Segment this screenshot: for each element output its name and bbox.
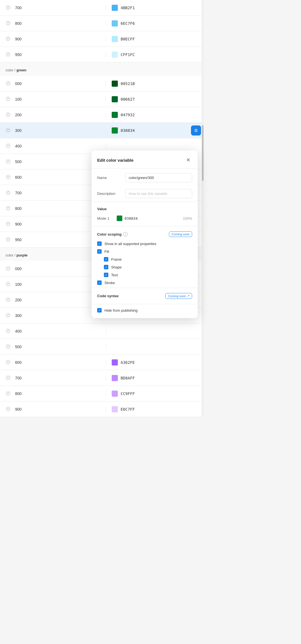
palette-icon xyxy=(6,237,11,243)
scrollbar[interactable] xyxy=(202,0,204,417)
modal-description-input[interactable] xyxy=(125,189,192,198)
row-left-green-500: 500 xyxy=(0,159,106,164)
svg-point-85 xyxy=(9,330,9,331)
stroke-label: Stroke xyxy=(104,281,115,285)
stroke-checkbox[interactable]: ✓ xyxy=(97,280,102,285)
fill-checkbox-row[interactable]: ✓ Fill xyxy=(92,248,198,255)
color-swatch xyxy=(112,96,118,102)
svg-point-88 xyxy=(8,345,8,346)
svg-point-87 xyxy=(7,346,8,346)
color-hex: BD8AFF xyxy=(121,376,135,380)
row-left-purple-300: 300 xyxy=(0,313,106,318)
color-row-purple-500[interactable]: 500 xyxy=(0,339,204,355)
fill-checkbox[interactable]: ✓ xyxy=(97,249,102,254)
modal-scoping-left: Color scoping i xyxy=(97,232,128,236)
svg-point-99 xyxy=(7,393,8,393)
color-swatch xyxy=(112,406,118,412)
palette-icon xyxy=(6,52,11,57)
row-label: 000 xyxy=(15,81,22,86)
color-row-purple-900[interactable]: 900E6C7FF xyxy=(0,401,204,417)
row-left-green-400: 400 xyxy=(0,143,106,149)
row-right-purple-700: BD8AFF xyxy=(106,375,204,381)
palette-icon xyxy=(6,375,11,381)
row-left-purple-100: 100 xyxy=(0,282,106,287)
svg-point-14 xyxy=(8,53,8,54)
svg-point-53 xyxy=(9,192,9,192)
modal-value-row: Mode 1 038834 100% xyxy=(92,213,198,225)
row-label: 950 xyxy=(15,238,22,242)
coming-soon-link[interactable]: Coming soon ↗ xyxy=(165,293,192,299)
svg-point-23 xyxy=(9,98,9,99)
svg-point-17 xyxy=(7,83,8,83)
color-row-purple-400[interactable]: 400 xyxy=(0,323,204,339)
modal-close-button[interactable]: ✕ xyxy=(184,156,192,164)
color-hex: 047932 xyxy=(121,113,135,117)
color-row-green-000[interactable]: 00000521B xyxy=(0,76,204,91)
text-checkbox[interactable]: ✓ xyxy=(104,273,108,277)
color-row-green-300[interactable]: 300038834 xyxy=(0,123,204,138)
modal-divider-2 xyxy=(92,202,198,202)
green-section-label: color / green xyxy=(6,68,26,72)
modal-divider-4 xyxy=(92,288,198,288)
svg-point-36 xyxy=(196,130,197,131)
svg-point-21 xyxy=(7,98,8,99)
svg-point-47 xyxy=(7,176,8,177)
color-row-purple-600[interactable]: 600A362FE xyxy=(0,355,204,370)
hide-checkbox[interactable]: ✓ xyxy=(97,308,102,313)
color-row-purple-700[interactable]: 700BD8AFF xyxy=(0,370,204,386)
frame-checkbox-row[interactable]: ✓ Frame xyxy=(92,255,198,263)
shape-checkbox-row[interactable]: ✓ Shape xyxy=(92,263,198,271)
row-right-green-200: 047932 xyxy=(106,112,204,118)
row-label: 100 xyxy=(15,97,22,101)
hide-checkbox-row[interactable]: ✓ Hide from publishing xyxy=(92,305,198,318)
row-left-purple-500: 500 xyxy=(0,344,106,350)
stroke-checkbox-row[interactable]: ✓ Stroke xyxy=(92,279,198,287)
row-label: 200 xyxy=(15,298,22,302)
color-row-green-100[interactable]: 100006627 xyxy=(0,91,204,107)
svg-point-101 xyxy=(9,393,9,393)
color-swatch xyxy=(112,36,118,42)
show-all-checkbox[interactable]: ✓ xyxy=(97,241,102,246)
modal-name-input[interactable] xyxy=(125,173,192,182)
palette-icon xyxy=(6,206,11,211)
row-label: 800 xyxy=(15,391,22,396)
scrollbar-thumb[interactable] xyxy=(202,125,204,181)
svg-point-105 xyxy=(9,408,9,409)
color-hex: E6C7FF xyxy=(121,407,135,411)
svg-point-71 xyxy=(7,283,8,284)
svg-point-39 xyxy=(7,145,8,146)
svg-point-75 xyxy=(7,299,8,299)
row-label: 800 xyxy=(15,21,22,26)
modal-divider-1 xyxy=(92,168,198,169)
row-label: 300 xyxy=(15,128,22,133)
color-row-cyan-800[interactable]: 8006EC7F6 xyxy=(0,16,204,31)
fill-label: Fill xyxy=(104,250,109,254)
palette-icon xyxy=(6,344,11,350)
shape-checkbox[interactable]: ✓ xyxy=(104,265,108,269)
edit-color-modal: Edit color variable ✕ Name Description V… xyxy=(92,151,198,318)
modal-title: Edit color variable xyxy=(97,158,133,163)
text-checkbox-row[interactable]: ✓ Text xyxy=(92,271,198,279)
color-row-cyan-900[interactable]: 900B0ECFF xyxy=(0,31,204,47)
palette-icon xyxy=(6,128,11,133)
color-row-green-200[interactable]: 200047932 xyxy=(0,107,204,123)
show-all-checkbox-row[interactable]: ✓ Show in all supported properties xyxy=(92,240,198,248)
color-row-purple-800[interactable]: 800CC9FFF xyxy=(0,386,204,401)
edit-variable-button[interactable] xyxy=(191,125,201,135)
row-right-cyan-950: CFF1FC xyxy=(106,52,204,58)
svg-point-40 xyxy=(8,144,8,145)
row-left-purple-000: 000 xyxy=(0,266,106,272)
color-swatch xyxy=(112,20,118,26)
row-left-green-700: 700 xyxy=(0,190,106,196)
color-hex: 4BB2F1 xyxy=(121,6,135,10)
svg-point-19 xyxy=(9,83,9,83)
row-right-green-000: 00521B xyxy=(106,81,204,87)
color-swatch xyxy=(112,391,118,397)
color-hex: A362FE xyxy=(121,360,135,365)
svg-point-11 xyxy=(9,38,9,38)
palette-icon xyxy=(6,96,11,102)
color-row-cyan-950[interactable]: 950CFF1FC xyxy=(0,47,204,62)
info-icon[interactable]: i xyxy=(123,232,128,236)
color-row-cyan-700[interactable]: 7004BB2F1 xyxy=(0,0,204,16)
frame-checkbox[interactable]: ✓ xyxy=(104,257,108,262)
